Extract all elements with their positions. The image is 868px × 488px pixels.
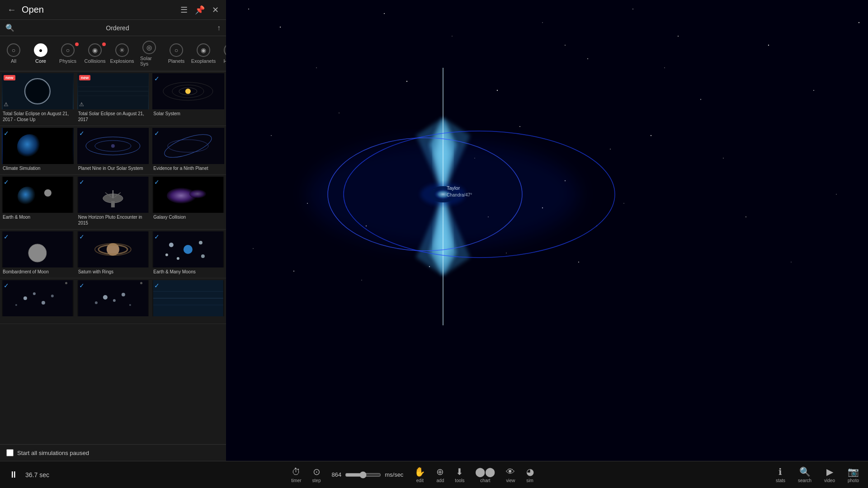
sim-thumb-eclipse: new ⚠ xyxy=(77,73,149,109)
page-title: Open xyxy=(22,5,180,15)
sidebar-footer: Start all simulations paused xyxy=(0,444,226,461)
tab-solar-sys[interactable]: ◎ Solar Sys xyxy=(136,38,163,69)
sim-card-cluster3[interactable]: ✓ xyxy=(151,278,226,324)
timer-button[interactable]: ⏱ timer xyxy=(291,467,301,483)
tab-planets[interactable]: ○ Planets xyxy=(163,41,190,66)
sim-card-galaxy[interactable]: ✓ Galaxy Collision xyxy=(151,175,226,229)
sim-title-new-horizon: New Horizon Pluto Encounter in 2015 xyxy=(77,213,149,227)
svg-rect-21 xyxy=(3,177,73,213)
sim-card-eclipse-closeup[interactable]: new ⚠ Total Solar Eclipse on August 21, … xyxy=(0,71,75,126)
svg-point-69 xyxy=(497,90,498,91)
tab-collisions-icon: ◉ xyxy=(88,43,102,57)
tab-all[interactable]: ○ All xyxy=(0,41,27,66)
svg-point-54 xyxy=(103,295,108,300)
thumb-planet9-bg xyxy=(77,128,149,164)
play-pause-button[interactable]: ⏸ xyxy=(9,469,18,480)
tab-all-label: All xyxy=(11,58,16,64)
tab-physics[interactable]: ○ Physics xyxy=(54,41,81,66)
svg-point-91 xyxy=(506,253,507,253)
new-badge-eclipse: new xyxy=(79,75,91,80)
sim-card-cluster2[interactable]: ✓ xyxy=(75,278,151,324)
warning-eclipse-closeup: ⚠ xyxy=(4,101,9,108)
sim-card-cluster1[interactable]: ✓ xyxy=(0,278,75,324)
speed-value: 864 xyxy=(331,471,341,478)
tab-exoplanets[interactable]: ◉ Exoplanets xyxy=(190,41,217,66)
sim-card-evidence[interactable]: ✓ Evidence for a Ninth Planet xyxy=(151,126,226,174)
search-icon[interactable]: 🔍 xyxy=(5,23,14,32)
svg-point-46 xyxy=(165,253,168,256)
back-button[interactable]: ← xyxy=(7,5,16,15)
view-label: view xyxy=(506,478,515,483)
svg-point-80 xyxy=(565,45,566,46)
tab-core[interactable]: ● Core xyxy=(27,41,54,66)
svg-point-94 xyxy=(651,135,651,136)
svg-point-56 xyxy=(122,293,125,296)
photo-button[interactable]: 📷 photo xyxy=(848,466,859,483)
warning-eclipse: ⚠ xyxy=(79,101,84,108)
toolbar-left: ⏸ 36.7 sec xyxy=(9,469,49,480)
svg-point-79 xyxy=(610,149,611,150)
pin-icon[interactable]: 📌 xyxy=(195,5,205,15)
sim-thumb-cluster1: ✓ xyxy=(2,280,74,316)
tab-histori[interactable]: ⏱ Histori xyxy=(217,41,226,66)
search-icon-tb: 🔍 xyxy=(799,466,811,477)
sim-title-eclipse-closeup: Total Solar Eclipse on August 21, 2017 -… xyxy=(2,109,74,124)
sim-thumb-planet9: ✓ xyxy=(77,128,149,164)
start-paused-checkbox[interactable] xyxy=(6,449,14,456)
edit-icon: ✋ xyxy=(414,466,425,477)
svg-point-92 xyxy=(578,262,579,263)
sim-title-saturn: Saturn with Rings xyxy=(77,267,149,276)
svg-point-44 xyxy=(177,257,179,260)
svg-point-68 xyxy=(452,36,453,37)
sim-title-earth-moon: Earth & Moon xyxy=(2,213,74,221)
svg-point-88 xyxy=(293,271,294,272)
sim-thumb-climate: ✓ xyxy=(2,128,74,164)
tools-button[interactable]: ⬇ tools xyxy=(455,466,464,483)
sim-thumb-earth-moon: ✓ xyxy=(2,177,74,213)
sim-card-climate[interactable]: ✓ Climate Simulation xyxy=(0,126,75,174)
list-icon[interactable]: ☰ xyxy=(180,5,188,15)
sim-thumb-many-moons: ✓ xyxy=(152,231,224,267)
check-saturn: ✓ xyxy=(79,233,85,240)
close-button[interactable]: ✕ xyxy=(212,5,219,15)
edit-button[interactable]: ✋ edit xyxy=(414,466,425,483)
view-button[interactable]: 👁 view xyxy=(506,467,515,483)
sim-card-bombardment[interactable]: ✓ Bombardment of Moon xyxy=(0,230,75,278)
svg-point-32 xyxy=(189,189,208,198)
add-button[interactable]: ⊕ add xyxy=(436,466,444,483)
svg-point-48 xyxy=(24,296,27,300)
tab-planets-label: Planets xyxy=(168,58,185,64)
svg-text:Chandra/47°: Chandra/47° xyxy=(447,192,472,197)
step-icon: ⊙ xyxy=(313,466,321,477)
sim-card-saturn[interactable]: ✓ Saturn with Rings xyxy=(75,230,151,278)
sim-card-new-horizon[interactable]: ✓ New Horizon Pluto Encounter in 2015 xyxy=(75,175,151,229)
sidebar-header: ← Open ☰ 📌 ✕ xyxy=(0,0,226,20)
sim-card-many-moons[interactable]: ✓ Earth & Many Moons xyxy=(151,230,226,278)
sim-card-planet9[interactable]: ✓ Planet Nine in Our Solar System xyxy=(75,126,151,174)
step-button[interactable]: ⊙ step xyxy=(312,466,321,483)
video-button[interactable]: ▶ video xyxy=(824,466,835,483)
sim-card-eclipse[interactable]: new ⚠ Total Solar Eclipse on August 21, … xyxy=(75,71,151,126)
stats-button[interactable]: ℹ stats xyxy=(776,466,785,483)
search-button[interactable]: 🔍 search xyxy=(798,466,811,483)
sim-card-solar-system[interactable]: ✓ Solar System xyxy=(151,71,226,126)
svg-point-75 xyxy=(406,81,407,82)
svg-point-77 xyxy=(519,126,520,127)
sim-title-planet9: Planet Nine in Our Solar System xyxy=(77,164,149,173)
svg-point-66 xyxy=(316,67,317,68)
sort-up-button[interactable]: ↑ xyxy=(217,24,221,32)
svg-point-96 xyxy=(678,36,679,37)
svg-point-102 xyxy=(813,90,814,91)
sim-button[interactable]: ◕ sim xyxy=(526,466,534,483)
sim-card-earth-moon[interactable]: ✓ Earth & Moon xyxy=(0,175,75,229)
speed-slider[interactable] xyxy=(345,471,381,479)
svg-point-17 xyxy=(111,144,115,148)
sim-thumb-evidence: ✓ xyxy=(152,128,224,164)
sim-thumb-new-horizon: ✓ xyxy=(77,177,149,213)
tab-collisions[interactable]: ◉ Collisions xyxy=(81,41,108,66)
chart-button[interactable]: ⬤⬤ chart xyxy=(475,466,495,483)
svg-point-98 xyxy=(723,158,724,159)
tab-explosions[interactable]: ✳ Explosions xyxy=(108,41,136,66)
simulation-grid: new ⚠ Total Solar Eclipse on August 21, … xyxy=(0,71,226,444)
sim-title-bombardment: Bombardment of Moon xyxy=(2,267,74,276)
